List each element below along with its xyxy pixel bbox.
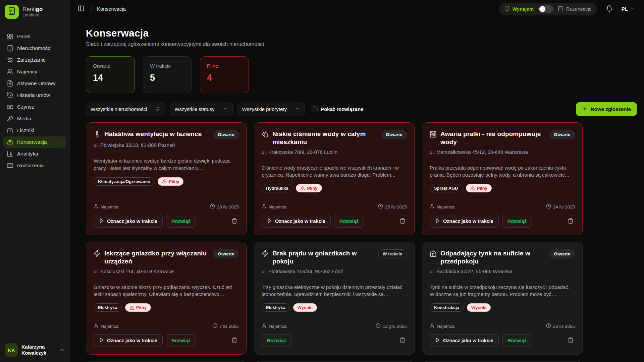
card-meta: Najemca 28 lis 2025 [94, 204, 239, 210]
show-resolved-checkbox-row[interactable]: Pokaż rozwiązane [312, 106, 364, 112]
alert-triangle-icon [470, 186, 475, 191]
delete-button[interactable] [566, 217, 575, 226]
card-tags: Sprzęt AGD Pilny [430, 184, 575, 192]
language-selector[interactable]: PL [622, 6, 635, 12]
status-badge: Otwarte [213, 130, 239, 139]
resolve-button[interactable]: Rozwiąż [166, 334, 196, 347]
sidebar-item-najemcy[interactable]: Najemcy [3, 66, 66, 77]
card-meta: Najemca 12 gru 2025 [262, 323, 407, 329]
calendar-icon [558, 6, 564, 12]
toggle-knob [539, 6, 545, 12]
user-name: Katarzyna Kowalczyk [21, 344, 54, 356]
card-address: ul. Marszałkowska 45/12, 00-648 Warszawa [430, 149, 575, 155]
avatar: KK [5, 343, 18, 357]
mark-in-progress-button[interactable]: Oznacz jako w trakcie [262, 215, 331, 228]
trash-icon [568, 337, 574, 344]
sidebar-item-historia-umów[interactable]: Historia umów [3, 89, 66, 101]
bar-chart-icon [7, 150, 13, 157]
mark-in-progress-button[interactable]: Oznacz jako w trakcie [94, 334, 163, 347]
history-icon [7, 92, 13, 99]
property-filter-select[interactable]: Wszystkie nieruchomości [86, 103, 165, 116]
file-text-icon [7, 80, 13, 87]
sidebar-item-rozliczenia[interactable]: Rozliczenia [3, 160, 66, 171]
delete-button[interactable] [230, 217, 239, 226]
sidebar-item-media[interactable]: Media [3, 113, 66, 124]
card-description: Trzy gniazdka elektryczne w pokoju dzien… [262, 284, 407, 298]
mode-toggle[interactable] [538, 5, 553, 13]
resolve-button[interactable]: Rozwiąż [334, 215, 364, 228]
status-badge: Otwarte [381, 130, 407, 139]
category-tag: Konstrukcja [430, 303, 464, 312]
home-icon [430, 250, 437, 257]
play-icon [99, 218, 104, 224]
alert-triangle-icon [129, 305, 134, 310]
sidebar-item-aktywne-umowy[interactable]: Aktywne Umowy [3, 78, 66, 89]
chevron-down-icon [630, 6, 635, 12]
user-menu[interactable]: KK Katarzyna Kowalczyk [0, 339, 69, 362]
report-date: 26 lis 2025 [546, 323, 575, 329]
trash-icon [399, 337, 406, 344]
play-icon [435, 338, 440, 344]
stat-urgent: Pilne 4 [200, 56, 249, 93]
card-address: ul. Świdnicka 67/22, 50-066 Wrocław [430, 268, 575, 274]
delete-button[interactable] [230, 336, 239, 346]
delete-button[interactable] [566, 336, 575, 346]
notifications-button[interactable] [604, 4, 614, 14]
status-badge: Otwarte [549, 249, 575, 258]
sidebar-item-nieruchomości[interactable]: Nieruchomości [3, 43, 66, 54]
card-tags: Klimatyzacja/Ogrzewanie Pilny [94, 177, 239, 186]
sidebar-toggle-button[interactable] [76, 4, 86, 14]
card-title: Niskie ciśnienie wody w całym mieszkaniu [272, 130, 378, 146]
language-code: PL [622, 6, 628, 12]
sidebar-item-panel[interactable]: Panel [3, 31, 66, 42]
resolve-button[interactable]: Rozwiąż [166, 215, 196, 228]
clock-icon [546, 323, 551, 329]
reporter: Najemca [430, 204, 454, 210]
chevron-up-icon[interactable] [59, 347, 65, 353]
card-title: Iskrzące gniazdko przy włączaniu urządze… [104, 249, 210, 265]
delete-button[interactable] [398, 336, 407, 346]
priority-tag: Pilny [158, 177, 183, 186]
reporter: Najemca [94, 323, 118, 329]
card-tags: Elektryka Wysoki [262, 303, 407, 312]
resolve-button[interactable]: Rozwiąż [502, 334, 532, 347]
priority-filter-select[interactable]: Wszystkie priorytety [237, 103, 305, 116]
sidebar-item-konserwacja[interactable]: Konserwacja [3, 136, 66, 148]
sidebar-item-zarządzanie[interactable]: Zarządzanie [3, 54, 66, 66]
sidebar-item-liczniki[interactable]: Liczniki [3, 125, 66, 136]
sidebar-item-analityka[interactable]: Analityka [3, 148, 66, 160]
sidebar: Rentigo Landlord Panel Nieruchomości Zar… [0, 0, 70, 362]
delete-button[interactable] [398, 217, 407, 226]
mode-switcher: Wynajem Rezerwacje [499, 3, 597, 15]
mark-in-progress-button[interactable]: Oznacz jako w trakcie [430, 334, 499, 347]
clock-icon [212, 323, 217, 329]
mode-rent[interactable]: Wynajem [504, 6, 534, 12]
card-meta: Najemca 7 lis 2025 [94, 323, 239, 329]
card-actions: Oznacz jako w trakcie Rozwiąż [262, 215, 407, 228]
card-title: Awaria pralki - nie odpompowuje wody [440, 130, 546, 146]
mode-booking[interactable]: Rezerwacje [558, 6, 592, 12]
zap-icon [94, 250, 101, 257]
new-request-button[interactable]: Nowe zgłoszenie [576, 102, 637, 116]
card-description: Gniazdko w salonie iskrzy przy podłączan… [94, 284, 239, 298]
priority-tag: Pilny [466, 184, 492, 192]
status-filter-select[interactable]: Wszystkie statusy [170, 103, 232, 116]
card-tags: Konstrukcja Wysoki [430, 303, 575, 312]
mark-in-progress-button[interactable]: Oznacz jako w trakcie [94, 215, 163, 228]
clock-icon [376, 323, 381, 329]
user-icon [262, 323, 267, 329]
card-title: Brak prądu w gniazdkach w pokoju [272, 249, 374, 265]
mark-in-progress-button[interactable]: Oznacz jako w trakcie [430, 215, 499, 228]
report-date: 12 gru 2025 [376, 323, 407, 329]
show-resolved-checkbox[interactable] [312, 106, 318, 112]
resolve-button[interactable]: Rozwiąż [262, 334, 291, 347]
credit-card-icon [7, 162, 13, 169]
building-icon [7, 45, 13, 52]
bell-icon [606, 5, 613, 13]
sliders-icon [7, 57, 13, 63]
resolve-button[interactable]: Rozwiąż [502, 215, 532, 228]
play-icon [267, 218, 272, 224]
sidebar-item-czynsz[interactable]: Czynsz [3, 101, 66, 113]
stat-open: Otwarte 14 [86, 56, 135, 93]
card-actions: Rozwiąż [262, 334, 407, 347]
